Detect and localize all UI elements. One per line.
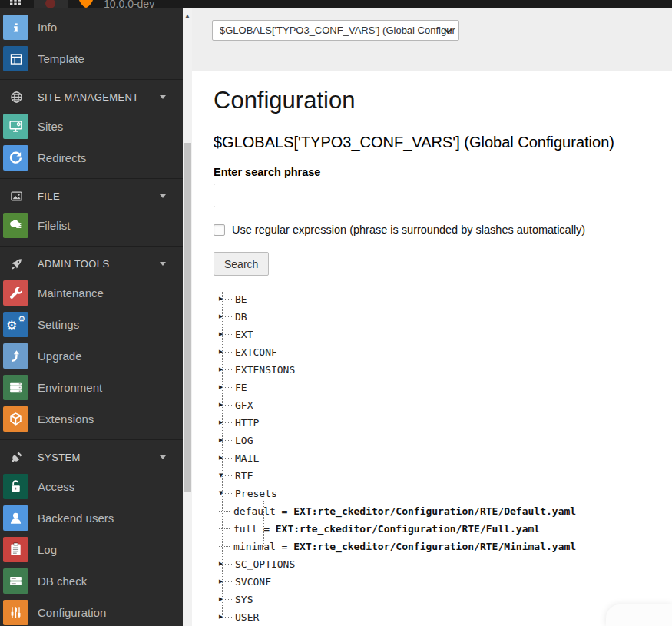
module-menu-section: Info Template [0, 8, 183, 80]
regex-checkbox[interactable] [214, 224, 225, 236]
search-button[interactable]: Search [214, 252, 269, 276]
sidebar-item[interactable]: ⚙⚙ Settings [0, 309, 183, 340]
tree-node-label[interactable]: EXTCONF [235, 346, 277, 358]
chevron-down-icon [160, 95, 166, 99]
search-phrase-input[interactable] [214, 184, 672, 207]
access-icon [3, 474, 28, 499]
tree-node-label[interactable]: default [233, 505, 276, 517]
sidebar-item-label: Access [38, 480, 74, 493]
tree-node-label[interactable]: minimal [233, 541, 276, 552]
sidebar-item[interactable]: Environment [0, 372, 183, 403]
tree-node-label[interactable]: HTTP [235, 417, 259, 429]
sidebar-item[interactable]: Configuration [0, 597, 183, 626]
tree-node-label[interactable]: SC_OPTIONS [235, 558, 295, 570]
sidebar-item-label: Extensions [38, 412, 94, 426]
sidebar-section-header[interactable]: SYSTEM [0, 443, 183, 471]
regex-option-row: Use regular expression (phrase is surrou… [214, 224, 672, 236]
section-subtitle: $GLOBALS['TYPO3_CONF_VARS'] (Global Conf… [214, 134, 672, 151]
tree-row: SVCONF [219, 573, 672, 591]
grid-icon[interactable] [9, 0, 22, 6]
version-label: 10.0.0-dev [104, 0, 154, 8]
tree-row: SC_OPTIONS [219, 555, 672, 573]
tree-node-label[interactable]: LOG [235, 435, 253, 446]
sidebar-item[interactable]: Extensions [0, 403, 183, 435]
sidebar-section-header[interactable]: SITE MANAGEMENT [0, 83, 183, 111]
tree-row: SYS [219, 591, 672, 608]
regex-checkbox-label[interactable]: Use regular expression (phrase is surrou… [232, 224, 585, 236]
tree-row: full = EXT:rte_ckeditor/Configuration/RT… [219, 520, 672, 538]
environment-icon [3, 375, 28, 400]
tree-node-label[interactable]: SYS [235, 594, 253, 605]
tree-connector [225, 440, 232, 441]
tree-connector [225, 493, 232, 494]
module-body: Configuration $GLOBALS['TYPO3_CONF_VARS'… [192, 71, 672, 626]
tree-node-label[interactable]: full [233, 523, 257, 535]
tree-row: HTTP [219, 414, 672, 432]
corner-widget[interactable] [606, 604, 672, 626]
tree-equals: = [257, 523, 275, 535]
tree-row: BE [219, 290, 672, 308]
tree-node-label[interactable]: DB [235, 311, 247, 323]
tree-row: DB [219, 308, 672, 326]
tree-row: minimal = EXT:rte_ckeditor/Configuration… [219, 538, 672, 555]
tree-guide-line [243, 483, 243, 492]
chevron-down-icon [160, 455, 166, 459]
tree-connector [225, 422, 232, 423]
sidebar-item[interactable]: Template [0, 43, 183, 75]
sidebar-item[interactable]: Filelist [0, 210, 183, 241]
tree-node-label[interactable]: USER [235, 611, 259, 623]
log-icon [3, 537, 28, 562]
redirects-icon [3, 145, 28, 171]
tree-connector [225, 387, 232, 388]
doc-header: $GLOBALS['TYPO3_CONF_VARS'] (Global Conf… [192, 8, 672, 71]
module-function-select-value: $GLOBALS['TYPO3_CONF_VARS'] (Global Conf… [220, 25, 455, 36]
settings-icon: ⚙⚙ [3, 312, 28, 337]
tree-node-label[interactable]: FE [235, 382, 247, 393]
sidebar-item[interactable]: Upgrade [0, 340, 183, 372]
sidebar-item[interactable]: Maintenance [0, 277, 183, 309]
tree-node-label[interactable]: EXT [235, 329, 253, 340]
tree-row: default = EXT:rte_ckeditor/Configuration… [219, 502, 672, 520]
image-icon [10, 190, 23, 203]
sidebar-item[interactable]: Info [0, 12, 183, 43]
tree-node-label[interactable]: SVCONF [235, 576, 271, 588]
tree-node-label[interactable]: RTE [235, 470, 253, 482]
sidebar-item[interactable]: DB check [0, 565, 183, 597]
module-menu-section: SITE MANAGEMENT Sites Redirects [0, 80, 183, 179]
sidebar-item[interactable]: Access [0, 471, 183, 502]
sidebar-item[interactable]: Backend users [0, 502, 183, 534]
module-menu-section: FILE Filelist [0, 179, 183, 247]
tree-node-label[interactable]: EXTENSIONS [235, 364, 295, 376]
sidebar-item-label: DB check [38, 575, 87, 588]
scroll-up-icon[interactable] [183, 13, 192, 19]
sidebar-item[interactable]: Redirects [0, 142, 183, 174]
maintenance-icon [3, 280, 28, 306]
tree-node-label[interactable]: Presets [235, 488, 277, 499]
tree-expander-icon[interactable] [219, 614, 225, 620]
tree-row: EXT [219, 326, 672, 343]
chevron-down-icon [160, 262, 166, 266]
sidebar-item-label: Environment [38, 381, 102, 394]
sidebar-section-header[interactable]: FILE [0, 182, 183, 210]
tree-row: FE [219, 379, 672, 396]
tree-node-value: EXT:rte_ckeditor/Configuration/RTE/Defau… [293, 505, 576, 517]
sidebar-section-header[interactable]: ADMIN TOOLS [0, 250, 183, 277]
tree-guide-line [222, 292, 223, 615]
sidebar-item-label: Sites [38, 120, 63, 133]
sidebar-item[interactable]: Log [0, 534, 183, 565]
upgrade-icon [3, 343, 28, 369]
module-function-select[interactable]: $GLOBALS['TYPO3_CONF_VARS'] (Global Conf… [212, 20, 459, 41]
tree-node-value: EXT:rte_ckeditor/Configuration/RTE/Minim… [293, 541, 576, 552]
tree-node-label[interactable]: GFX [235, 399, 253, 411]
dbcheck-icon [3, 568, 28, 594]
tree-row: GFX [219, 396, 672, 414]
sidebar-item-label: Template [38, 52, 84, 65]
tree-row: Presets [219, 485, 672, 502]
tree-node-label[interactable]: MAIL [235, 452, 259, 464]
tree-connector [225, 599, 232, 600]
sidebar-scrollbar[interactable] [183, 8, 192, 626]
tree-node-label[interactable]: BE [235, 293, 247, 305]
scrollbar-thumb[interactable] [184, 143, 191, 492]
sidebar-item[interactable]: Sites [0, 111, 183, 142]
module-menu-section: ADMIN TOOLS Maintenance ⚙⚙ Settings Upgr… [0, 247, 183, 440]
